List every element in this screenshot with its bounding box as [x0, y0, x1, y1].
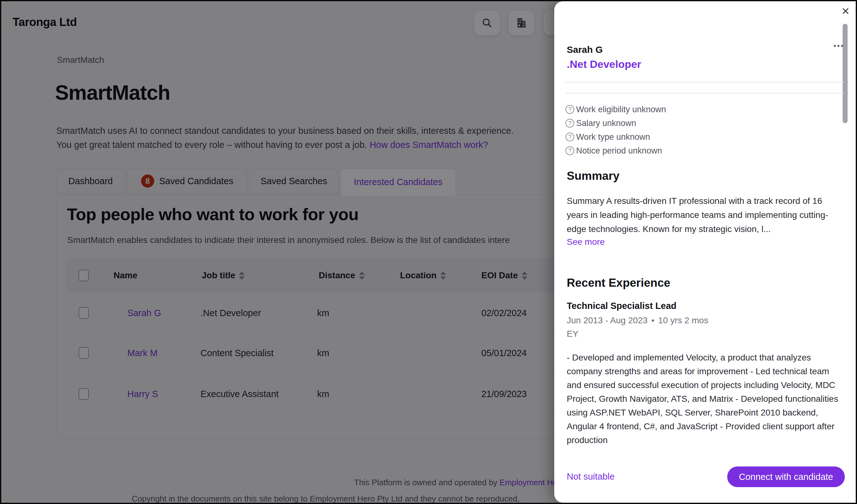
summary-text: Summary A results-driven IT professional…	[567, 194, 844, 236]
divider	[566, 93, 844, 93]
drawer-scrollbar[interactable]	[843, 24, 847, 123]
not-suitable-button[interactable]: Not suitable	[567, 471, 615, 482]
overflow-menu-icon[interactable]: •••	[834, 42, 844, 50]
divider	[566, 82, 844, 83]
candidate-attributes-list: ? Work eligibility unknown ? Salary unkn…	[566, 103, 666, 158]
candidate-detail-drawer: ✕ ••• Sarah G .Net Developer ? Work elig…	[554, 1, 856, 503]
connect-with-candidate-button[interactable]: Connect with candidate	[727, 467, 845, 487]
question-circle-icon: ?	[566, 133, 574, 141]
experience-company: EY	[567, 329, 578, 339]
attribute-item: ? Notice period unknown	[566, 144, 666, 158]
question-circle-icon: ?	[566, 146, 574, 155]
drawer-candidate-name: Sarah G	[567, 45, 603, 55]
drawer-candidate-role-link[interactable]: .Net Developer	[567, 58, 641, 70]
app-window: Taronga Ltd SmartMatch SmartMatc	[0, 0, 857, 504]
close-icon[interactable]: ✕	[841, 6, 850, 16]
experience-title: Technical Specialist Lead	[567, 301, 676, 311]
question-circle-icon: ?	[566, 105, 574, 114]
summary-heading: Summary	[567, 170, 620, 183]
see-more-link[interactable]: See more	[567, 237, 605, 247]
bullet-separator: •	[651, 315, 654, 325]
attribute-item: ? Work type unknown	[566, 130, 666, 144]
question-circle-icon: ?	[566, 119, 574, 127]
experience-description: - Developed and implemented Velocity, a …	[567, 351, 845, 447]
attribute-item: ? Work eligibility unknown	[566, 103, 666, 116]
attribute-item: ? Salary unknown	[566, 116, 666, 130]
experience-dates: Jun 2013 - Aug 2023•10 yrs 2 mos	[567, 315, 708, 326]
recent-experience-heading: Recent Experience	[567, 276, 670, 290]
